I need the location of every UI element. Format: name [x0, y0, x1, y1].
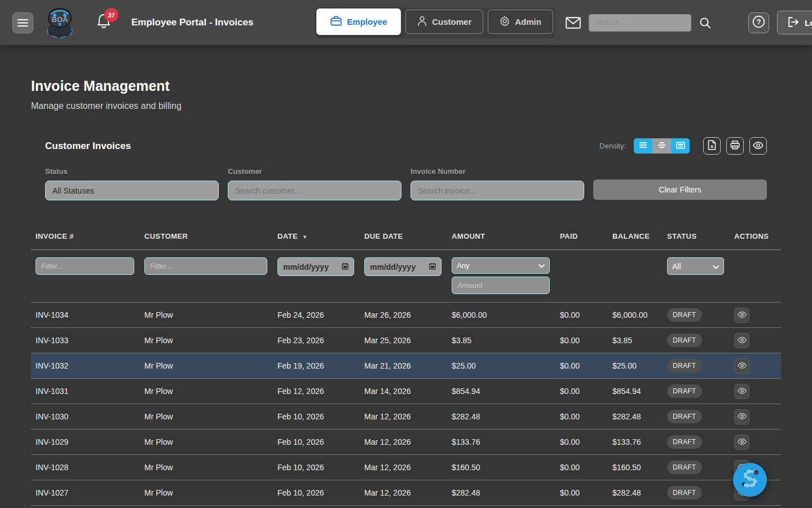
- snake-icon: [738, 467, 762, 493]
- density-compact-button[interactable]: [634, 138, 652, 154]
- help-button[interactable]: ?: [748, 12, 769, 33]
- col-header-customer[interactable]: CUSTOMER: [140, 232, 273, 240]
- table-row[interactable]: INV-1033 Mr Plow Feb 23, 2026 Mar 25, 20…: [31, 327, 781, 353]
- print-button[interactable]: [726, 137, 744, 155]
- cell-paid: $0.00: [555, 488, 608, 497]
- cell-invoice-number: INV-1032: [31, 361, 140, 370]
- view-invoice-button[interactable]: [734, 384, 749, 399]
- export-pdf-button[interactable]: A: [703, 137, 721, 155]
- cell-invoice-number: INV-1027: [31, 488, 140, 497]
- col-header-paid[interactable]: PAID: [555, 232, 608, 240]
- view-invoice-button[interactable]: [734, 308, 749, 323]
- view-invoice-button[interactable]: [734, 409, 749, 424]
- table-row[interactable]: INV-1028 Mr Plow Feb 10, 2026 Mar 12, 20…: [31, 454, 781, 480]
- col-header-due-date[interactable]: DUE DATE: [360, 232, 447, 240]
- tab-employee-label: Employee: [347, 17, 387, 27]
- main-content: Invoice Management Manage customer invoi…: [0, 45, 812, 508]
- density-compact-icon: [639, 142, 647, 150]
- col-header-amount[interactable]: AMOUNT: [447, 232, 555, 240]
- cell-balance: $282.48: [608, 488, 663, 497]
- amount-column-filter-input[interactable]: [452, 277, 550, 294]
- page-title: Invoice Management: [31, 78, 781, 94]
- col-header-status[interactable]: STATUS: [663, 232, 730, 240]
- sort-desc-icon: ▼: [302, 234, 307, 240]
- table-row[interactable]: INV-1027 Mr Plow Feb 10, 2026 Mar 12, 20…: [31, 480, 781, 505]
- page-subtitle: Manage customer invoices and billing: [31, 101, 781, 111]
- col-header-date[interactable]: DATE▼: [273, 232, 360, 240]
- snake-assistant-fab[interactable]: [733, 463, 767, 497]
- cell-date: Feb 10, 2026: [273, 488, 360, 497]
- cell-invoice-number: INV-1034: [31, 310, 140, 319]
- search-input[interactable]: [589, 14, 691, 32]
- customer-filter-input[interactable]: [228, 181, 401, 200]
- cell-due-date: Mar 12, 2026: [360, 412, 447, 421]
- calendar-icon[interactable]: [429, 262, 436, 271]
- logout-button[interactable]: Logout: [777, 11, 812, 34]
- tab-employee[interactable]: Employee: [316, 8, 401, 35]
- logout-label: Logout: [805, 18, 812, 28]
- cell-balance: $6,000.00: [608, 310, 663, 319]
- eye-icon: [738, 362, 747, 370]
- cell-paid: $0.00: [555, 387, 608, 396]
- cell-balance: $160.50: [608, 463, 663, 472]
- col-header-invoice[interactable]: INVOICE #: [31, 232, 140, 240]
- col-header-balance[interactable]: BALANCE: [608, 232, 663, 240]
- col-header-actions: ACTIONS: [730, 232, 781, 240]
- view-invoice-button[interactable]: [734, 358, 749, 374]
- person-icon: [417, 16, 427, 28]
- cell-due-date: Mar 21, 2026: [360, 361, 447, 370]
- cell-paid: $0.00: [555, 437, 608, 446]
- app-title: Employee Portal - Invoices: [131, 17, 253, 28]
- cell-amount: $25.00: [447, 361, 555, 370]
- cell-balance: $25.00: [608, 361, 663, 370]
- density-comfortable-button[interactable]: [652, 138, 671, 154]
- status-badge: DRAFT: [667, 486, 702, 500]
- notification-count-badge: 37: [104, 8, 118, 22]
- table-row[interactable]: INV-1026 Mr Plow Feb 10, 2026 Mar 12, 20…: [31, 505, 781, 508]
- view-toggle-button[interactable]: [749, 137, 767, 155]
- status-filter-select[interactable]: All Statuses: [45, 181, 219, 200]
- status-column-filter-select[interactable]: All: [667, 257, 724, 275]
- calendar-icon[interactable]: [342, 262, 348, 271]
- clear-filters-button[interactable]: Clear Filters: [593, 179, 767, 200]
- search-icon[interactable]: [699, 17, 711, 29]
- customer-filter-label: Customer: [228, 167, 401, 176]
- table-row[interactable]: INV-1034 Mr Plow Feb 24, 2026 Mar 26, 20…: [31, 302, 781, 327]
- eye-icon: [738, 438, 747, 446]
- invoice-filter-input[interactable]: [411, 181, 584, 200]
- density-expanded-button[interactable]: [671, 138, 690, 154]
- hamburger-menu-button[interactable]: [12, 12, 33, 33]
- density-toggle-group: [634, 138, 690, 154]
- view-invoice-button[interactable]: [734, 333, 749, 348]
- table-row[interactable]: INV-1032 Mr Plow Feb 19, 2026 Mar 21, 20…: [31, 353, 781, 378]
- customer-invoices-card: Customer Invoices Density:: [31, 137, 781, 508]
- date-column-filter-input[interactable]: mm/dd/yyyy: [277, 257, 354, 276]
- cell-amount: $3.85: [447, 336, 555, 345]
- tab-customer[interactable]: Customer: [405, 10, 483, 34]
- cell-date: Feb 10, 2026: [273, 412, 360, 421]
- invoice-table-body: INV-1034 Mr Plow Feb 24, 2026 Mar 26, 20…: [31, 302, 781, 508]
- due-date-column-filter-input[interactable]: mm/dd/yyyy: [364, 257, 442, 276]
- status-badge: DRAFT: [667, 308, 702, 322]
- customer-column-filter-input[interactable]: [144, 257, 267, 275]
- invoice-column-filter-input[interactable]: [36, 257, 134, 275]
- cell-amount: $160.50: [447, 463, 555, 472]
- chevron-down-icon: [539, 261, 545, 270]
- table-row[interactable]: INV-1031 Mr Plow Feb 12, 2026 Mar 14, 20…: [31, 378, 781, 404]
- cell-amount: $133.76: [447, 437, 555, 446]
- table-row[interactable]: INV-1029 Mr Plow Feb 10, 2026 Mar 12, 20…: [31, 429, 781, 454]
- notifications-button[interactable]: 37: [96, 13, 113, 32]
- tab-admin-label: Admin: [515, 17, 541, 27]
- svg-text:A: A: [710, 144, 713, 148]
- amount-operator-select[interactable]: Any: [452, 257, 550, 274]
- cell-balance: $3.85: [608, 336, 663, 345]
- table-row[interactable]: INV-1030 Mr Plow Feb 10, 2026 Mar 12, 20…: [31, 404, 781, 429]
- table-header-row: INVOICE # CUSTOMER DATE▼ DUE DATE AMOUNT…: [31, 224, 781, 249]
- tab-admin[interactable]: Admin: [488, 10, 553, 34]
- mail-icon[interactable]: [566, 17, 581, 29]
- eye-icon: [738, 387, 747, 396]
- view-invoice-button[interactable]: [734, 435, 749, 450]
- invoice-filter-label: Invoice Number: [411, 167, 584, 176]
- cell-customer: Mr Plow: [140, 463, 273, 472]
- cell-amount: $282.48: [447, 412, 555, 421]
